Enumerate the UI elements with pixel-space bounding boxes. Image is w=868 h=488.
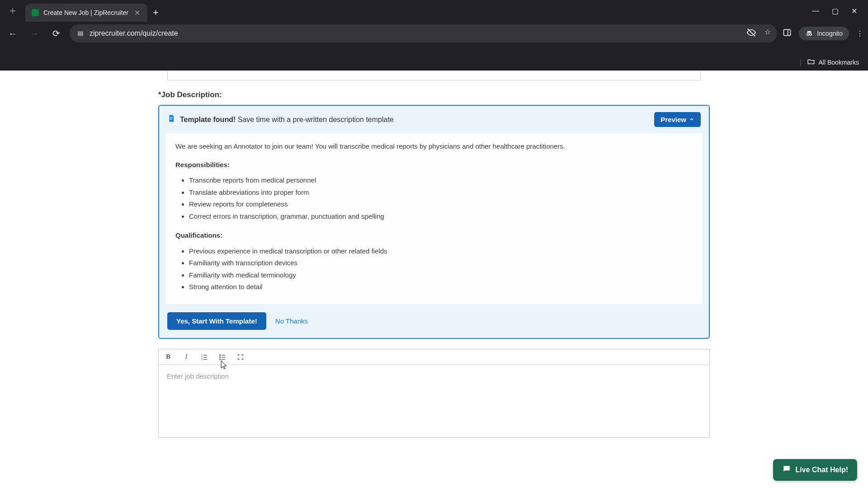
bookmarks-separator: |	[800, 59, 802, 66]
all-bookmarks-button[interactable]: All Bookmarks	[819, 59, 859, 66]
svg-point-6	[807, 33, 809, 36]
eye-off-icon[interactable]	[746, 28, 756, 39]
template-actions: Yes, Start With Template! No Thanks	[159, 304, 709, 338]
tab-close-icon[interactable]: ✕	[133, 9, 141, 17]
list-item: Translate abbreviations into proper form	[189, 187, 693, 199]
live-chat-button[interactable]: Live Chat Help!	[773, 459, 857, 481]
svg-text:3: 3	[201, 358, 203, 360]
back-button[interactable]: ←	[5, 25, 21, 42]
window-controls: — ▢ ✕	[812, 7, 864, 15]
qualifications-list: Previous experience in medical transcrip…	[189, 245, 693, 293]
minimize-icon[interactable]: —	[812, 7, 819, 15]
list-item: Review reports for completeness	[189, 198, 693, 211]
toolbar-right: Incognito ⋮	[783, 27, 863, 40]
template-header: Template found! Save time with a pre-wri…	[159, 106, 709, 133]
template-intro: We are seeking an Annotator to join our …	[175, 141, 693, 152]
svg-rect-4	[784, 29, 791, 35]
fullscreen-button[interactable]	[236, 352, 245, 362]
svg-rect-1	[78, 33, 83, 34]
description-editor: B I 123 Enter job description	[158, 349, 710, 438]
new-tab-button[interactable]: +	[153, 7, 159, 19]
chevron-up-icon	[689, 116, 694, 123]
template-card: Template found! Save time with a pre-wri…	[158, 105, 710, 339]
svg-point-7	[810, 33, 812, 36]
tab-favicon-icon	[32, 9, 39, 16]
svg-point-21	[220, 359, 221, 360]
start-with-template-button[interactable]: Yes, Start With Template!	[167, 312, 266, 330]
svg-point-17	[220, 355, 221, 356]
browser-toolbar: ← → ⟳ ziprecruiter.com/quiz/create ☆ Inc…	[0, 22, 868, 45]
content-wrap: *Job Description: Template found! Save t…	[149, 70, 719, 488]
side-panel-icon[interactable]	[783, 28, 792, 39]
svg-rect-9	[170, 118, 173, 118]
list-item: Familiarity with medical terminology	[189, 269, 693, 282]
chat-icon	[782, 465, 791, 475]
omnibox-actions: ☆	[746, 28, 771, 39]
template-banner-text: Template found! Save time with a pre-wri…	[180, 116, 650, 124]
previous-field-bottom	[167, 70, 701, 80]
job-description-label: *Job Description:	[158, 90, 710, 99]
close-window-icon[interactable]: ✕	[851, 7, 857, 15]
ordered-list-button[interactable]: 123	[199, 352, 209, 362]
forward-button[interactable]: →	[26, 25, 42, 42]
template-preview-content: We are seeking an Annotator to join our …	[165, 133, 703, 304]
browser-tab-active[interactable]: Create New Job | ZipRecruiter ✕	[25, 4, 147, 22]
template-banner-rest: Save time with a pre-written description…	[238, 116, 394, 123]
page-body[interactable]: *Job Description: Template found! Save t…	[0, 70, 868, 488]
bookmarks-bar: | All Bookmarks	[0, 54, 868, 70]
folder-icon	[807, 57, 815, 67]
svg-rect-0	[78, 32, 83, 33]
list-item: Correct errors in transcription, grammar…	[189, 211, 693, 223]
document-icon	[167, 114, 175, 125]
bookmark-star-icon[interactable]: ☆	[764, 28, 771, 39]
list-item: Strong attention to detail	[189, 281, 693, 293]
preview-label: Preview	[660, 116, 686, 123]
reload-button[interactable]: ⟳	[48, 25, 64, 42]
italic-button[interactable]: I	[181, 352, 191, 362]
site-info-icon[interactable]	[76, 29, 85, 38]
live-chat-label: Live Chat Help!	[796, 466, 848, 474]
url-text: ziprecruiter.com/quiz/create	[90, 29, 742, 38]
list-item: Familiarity with transcription devices	[189, 257, 693, 269]
editor-toolbar: B I 123	[159, 349, 709, 365]
incognito-label: Incognito	[817, 30, 843, 37]
responsibilities-list: Transcribe reports from medical personne…	[189, 174, 693, 222]
list-item: Previous experience in medical transcrip…	[189, 245, 693, 258]
svg-rect-10	[170, 119, 172, 120]
no-thanks-button[interactable]: No Thanks	[275, 317, 308, 325]
responsibilities-heading: Responsibilities:	[175, 160, 693, 170]
tab-search-button[interactable]	[4, 2, 22, 20]
omnibox[interactable]: ziprecruiter.com/quiz/create ☆	[70, 24, 777, 42]
tab-bar: Create New Job | ZipRecruiter ✕ + — ▢ ✕	[0, 0, 868, 22]
unordered-list-button[interactable]	[217, 352, 227, 362]
tab-title: Create New Job | ZipRecruiter	[43, 9, 128, 16]
list-item: Transcribe reports from medical personne…	[189, 174, 693, 187]
svg-rect-2	[78, 35, 83, 36]
incognito-badge[interactable]: Incognito	[799, 27, 849, 40]
preview-button[interactable]: Preview	[654, 112, 701, 127]
svg-rect-8	[170, 117, 173, 117]
bold-button[interactable]: B	[163, 352, 173, 362]
editor-textarea[interactable]: Enter job description	[159, 365, 709, 437]
svg-point-19	[220, 357, 221, 357]
editor-placeholder: Enter job description	[167, 372, 229, 380]
qualifications-heading: Qualifications:	[175, 230, 693, 241]
maximize-icon[interactable]: ▢	[832, 7, 839, 15]
browser-chrome: Create New Job | ZipRecruiter ✕ + — ▢ ✕ …	[0, 0, 868, 54]
template-banner-bold: Template found!	[180, 116, 236, 123]
kebab-menu-icon[interactable]: ⋮	[856, 29, 863, 38]
